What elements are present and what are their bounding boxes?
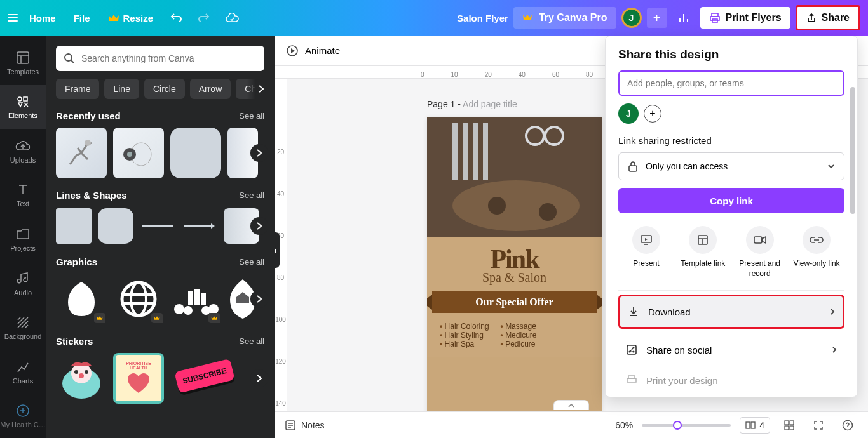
share-avatar[interactable]: J <box>618 103 639 124</box>
menu-label: Print your design <box>646 375 718 386</box>
scrollbar-thumb[interactable] <box>850 87 855 214</box>
element-robot-head[interactable] <box>113 128 164 178</box>
chip-frame[interactable]: Frame <box>56 79 99 99</box>
design-canvas[interactable]: Pink Spa & Salon Our Special Offer Hair … <box>427 117 602 411</box>
chip-line[interactable]: Line <box>104 79 139 99</box>
try-pro-button[interactable]: Try Canva Pro <box>513 7 616 29</box>
action-present[interactable]: Present <box>621 226 672 279</box>
rail-label: Projects <box>10 244 36 252</box>
file-menu[interactable]: File <box>67 9 97 27</box>
graphic-globe[interactable] <box>113 274 164 324</box>
add-people-input[interactable] <box>618 70 844 96</box>
page-drawer-handle[interactable] <box>553 400 589 410</box>
element-rounded-square[interactable] <box>170 128 221 178</box>
rail-label: Audio <box>14 289 32 296</box>
graphic-shield[interactable] <box>56 274 107 324</box>
notes-button[interactable]: Notes <box>285 415 325 435</box>
see-all-stickers[interactable]: See all <box>239 336 264 346</box>
zoom-slider[interactable] <box>642 424 731 427</box>
element-arrow[interactable] <box>182 208 217 244</box>
share-scrollbar[interactable] <box>850 87 856 390</box>
svg-point-25 <box>79 373 84 378</box>
home-button[interactable]: Home <box>23 9 62 27</box>
rail-app-health[interactable]: My Health C… <box>0 394 46 439</box>
pro-badge-icon <box>94 313 105 323</box>
rail-uploads[interactable]: Uploads <box>0 129 46 173</box>
access-dropdown[interactable]: Only you can access <box>618 152 844 180</box>
print-flyers-button[interactable]: Print Flyers <box>700 7 790 29</box>
chip-circle[interactable]: Circle <box>144 79 185 99</box>
section-title: Lines & Shapes <box>56 190 127 201</box>
rail-audio[interactable]: Audio <box>0 262 46 306</box>
help-button[interactable] <box>837 415 858 435</box>
redo-button[interactable] <box>193 6 215 29</box>
hamburger-icon[interactable] <box>8 12 18 23</box>
animate-button[interactable]: Animate <box>286 44 340 57</box>
rail-templates[interactable]: Templates <box>0 41 46 85</box>
sticker-clown-cloud[interactable] <box>56 353 107 404</box>
rail-elements[interactable]: Elements <box>0 85 46 129</box>
rail-charts[interactable]: Charts <box>0 350 46 394</box>
topbar: Home File Resize Salon Flyer Try Canva P… <box>0 0 868 36</box>
user-avatar[interactable]: J <box>621 8 642 28</box>
chevron-right-icon <box>830 308 835 315</box>
search-input[interactable] <box>81 53 257 63</box>
sticker-subscribe[interactable]: SUBSCRIBE <box>170 353 240 404</box>
undo-button[interactable] <box>165 6 187 29</box>
section-title: Graphics <box>56 256 97 267</box>
fullscreen-button[interactable] <box>808 415 829 435</box>
element-robot-running[interactable] <box>56 128 107 178</box>
see-all-recent[interactable]: See all <box>239 111 264 121</box>
share-icon <box>806 13 817 23</box>
elements-panel: Frame Line Circle Arrow Christmas Recent… <box>46 36 275 438</box>
see-all-lines[interactable]: See all <box>239 190 264 200</box>
share-button[interactable]: Share <box>796 5 860 30</box>
zoom-knob[interactable] <box>673 421 682 430</box>
design-ribbon: Our Special Offer <box>432 291 597 313</box>
search-box[interactable] <box>56 46 264 71</box>
svg-rect-40 <box>629 166 637 171</box>
menu-download[interactable]: Download <box>618 295 844 329</box>
menu-print-design[interactable]: Print your design <box>618 371 844 390</box>
action-present-record[interactable]: Present and record <box>735 226 785 279</box>
chips-scroll-right[interactable] <box>247 79 264 99</box>
recent-scroll-right[interactable] <box>250 144 268 162</box>
page-indicator[interactable]: 4 <box>740 417 770 434</box>
action-view-only-link[interactable]: View-only link <box>791 226 842 279</box>
svg-rect-56 <box>790 426 794 430</box>
cloud-sync-icon[interactable] <box>220 6 243 29</box>
chip-arrow[interactable]: Arrow <box>190 79 231 99</box>
sticker-prioritise-health[interactable]: PRIORITISE HEALTH <box>113 353 164 404</box>
grid-view-button[interactable] <box>779 415 799 435</box>
page-title-placeholder[interactable]: Add page title <box>463 99 517 109</box>
pages-icon <box>745 421 756 429</box>
page-label[interactable]: Page 1 - Add page title <box>427 99 517 109</box>
see-all-graphics[interactable]: See all <box>239 257 264 267</box>
svg-rect-33 <box>473 123 478 180</box>
document-title[interactable]: Salon Flyer <box>457 13 508 23</box>
services-col-right: Massage Medicure Pedicure <box>501 322 537 348</box>
rail-projects[interactable]: Projects <box>0 217 46 262</box>
crown-icon <box>522 13 534 22</box>
copy-link-button[interactable]: Copy link <box>618 188 844 213</box>
svg-rect-42 <box>698 236 707 244</box>
action-template-link[interactable]: Template link <box>677 226 728 279</box>
zoom-value[interactable]: 60% <box>615 420 633 430</box>
rail-text[interactable]: Text <box>0 173 46 218</box>
share-menu-list: Download Share on social Print your desi… <box>618 290 844 390</box>
stickers-scroll-right[interactable] <box>250 369 268 387</box>
resize-button[interactable]: Resize <box>102 9 160 27</box>
shape-rounded-square[interactable] <box>98 208 133 244</box>
shape-square[interactable] <box>56 208 92 244</box>
insights-icon[interactable] <box>672 6 695 29</box>
graphic-candles-flowers[interactable] <box>170 274 221 324</box>
add-person-button[interactable]: + <box>644 105 661 123</box>
graphics-scroll-right[interactable] <box>250 290 268 308</box>
element-line[interactable] <box>140 208 175 244</box>
lines-scroll-right[interactable] <box>250 217 268 235</box>
menu-share-social[interactable]: Share on social <box>618 333 844 367</box>
panel-collapse-handle[interactable]: ◀ <box>275 232 280 268</box>
rail-background[interactable]: Background <box>0 305 46 350</box>
add-member-button[interactable]: + <box>647 8 667 28</box>
action-label: Template link <box>681 259 725 269</box>
